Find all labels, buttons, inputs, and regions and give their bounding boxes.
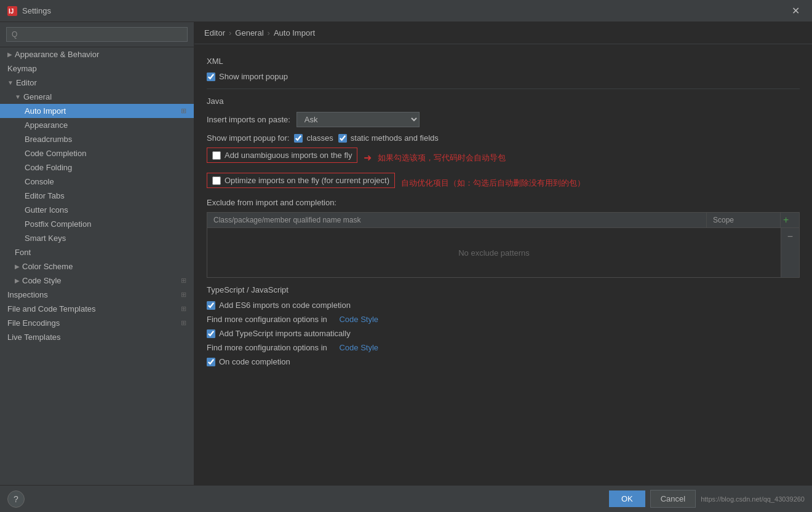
code-style-link-2[interactable]: Code Style (339, 343, 378, 352)
sidebar-label: General (23, 92, 52, 101)
sidebar-label: Auto Import (25, 106, 66, 116)
sidebar-item-code-style[interactable]: ▶ Code Style ⊞ (0, 274, 194, 288)
optimize-imports-label[interactable]: Optimize imports on the fly (for current… (225, 176, 389, 185)
add-es6-checkbox[interactable] (207, 301, 215, 310)
sidebar-item-code-completion[interactable]: Code Completion (0, 146, 194, 160)
sidebar-label: Color Scheme (22, 262, 73, 271)
sidebar-item-live-templates[interactable]: Live Templates (0, 330, 194, 344)
bottom-bar: ? OK Cancel https://blog.csdn.net/qq_430… (0, 485, 812, 512)
classes-checkbox[interactable] (294, 134, 303, 143)
sidebar-label: File and Code Templates (7, 304, 96, 313)
sidebar-item-code-folding[interactable]: Code Folding (0, 160, 194, 175)
sidebar-label: Appearance (25, 120, 68, 130)
sidebar-item-editor-tabs[interactable]: Editor Tabs (0, 189, 194, 203)
add-ts-wrap: Add TypeScript imports automatically (207, 329, 351, 338)
table-col2: Scope (707, 213, 781, 227)
code-style-link-1[interactable]: Code Style (339, 315, 378, 324)
sidebar-label: Smart Keys (25, 234, 66, 243)
sidebar-item-appearance-behavior[interactable]: ▶ Appearance & Behavior (0, 47, 194, 61)
add-es6-wrap: Add ES6 imports on code completion (207, 301, 351, 310)
xml-section-title: XML (207, 57, 800, 66)
expand-arrow: ▶ (15, 263, 20, 270)
bottom-actions: OK Cancel https://blog.csdn.net/qq_43039… (609, 490, 805, 508)
table-header: Class/package/member qualified name mask… (207, 213, 799, 228)
xml-show-import-checkbox-wrap: Show import popup (207, 72, 288, 81)
annotation-optimize-text: 自动优化项目（如：勾选后自动删除没有用到的包） (401, 178, 585, 189)
breadcrumb-sep-2: › (268, 28, 270, 37)
table-actions-header: + (781, 213, 799, 227)
add-ts-checkbox[interactable] (207, 329, 215, 338)
copy-icon: ⊞ (181, 291, 186, 299)
sidebar-item-smart-keys[interactable]: Smart Keys (0, 231, 194, 245)
expand-arrow: ▶ (7, 51, 12, 58)
show-popup-for-row: Show import popup for: classes static me… (207, 133, 800, 143)
sidebar-item-color-scheme[interactable]: ▶ Color Scheme (0, 259, 194, 274)
close-button[interactable]: ✕ (787, 2, 805, 19)
on-completion-label[interactable]: On code completion (219, 357, 290, 366)
sidebar-label: Breadcrumbs (25, 135, 72, 144)
sidebar-item-editor[interactable]: ▼ Editor (0, 76, 194, 90)
sidebar-label: Code Folding (25, 163, 72, 172)
insert-imports-select[interactable]: Ask Always Never (297, 112, 420, 127)
add-es6-label[interactable]: Add ES6 imports on code completion (219, 301, 351, 310)
expand-arrow: ▼ (15, 93, 21, 100)
sidebar-item-console[interactable]: Console (0, 175, 194, 189)
search-input[interactable] (6, 27, 188, 42)
sidebar-item-breadcrumbs[interactable]: Breadcrumbs (0, 132, 194, 146)
add-ts-label[interactable]: Add TypeScript imports automatically (219, 329, 351, 338)
static-methods-label[interactable]: static methods and fields (351, 133, 439, 143)
arrow-icon: ➜ (364, 152, 372, 163)
add-unambiguous-checkbox[interactable] (212, 151, 221, 160)
copy-icon: ⊞ (181, 305, 186, 313)
sidebar-item-inspections[interactable]: Inspections ⊞ (0, 288, 194, 302)
xml-show-import-row: Show import popup (207, 72, 800, 81)
add-pattern-button[interactable]: + (782, 214, 790, 226)
sidebar-item-file-encodings[interactable]: File Encodings ⊞ (0, 316, 194, 330)
help-button[interactable]: ? (7, 490, 25, 508)
add-unambiguous-label[interactable]: Add unambiguous imports on the fly (225, 151, 352, 160)
add-unambiguous-option: Add unambiguous imports on the fly (207, 148, 357, 163)
sidebar-item-gutter-icons[interactable]: Gutter Icons (0, 203, 194, 217)
static-methods-checkbox-wrap: static methods and fields (338, 133, 439, 143)
sidebar-label: Code Completion (25, 149, 86, 158)
sidebar-item-file-code-templates[interactable]: File and Code Templates ⊞ (0, 302, 194, 316)
optimize-imports-checkbox[interactable] (212, 176, 221, 185)
sidebar-item-general[interactable]: ▼ General (0, 90, 194, 104)
java-section-title: Java (207, 96, 800, 106)
xml-show-import-label[interactable]: Show import popup (219, 72, 288, 81)
expand-arrow: ▶ (15, 277, 20, 284)
expand-arrow: ▼ (7, 79, 14, 86)
exclude-label: Exclude from import and completion: (207, 198, 336, 207)
sidebar-item-keymap[interactable]: Keymap (0, 61, 194, 76)
breadcrumb-general: General (235, 28, 263, 37)
ok-button[interactable]: OK (609, 490, 645, 507)
sidebar-item-appearance[interactable]: Appearance (0, 118, 194, 132)
remove-pattern-button[interactable]: − (786, 230, 794, 243)
breadcrumb: Editor › General › Auto Import (194, 22, 812, 44)
add-es6-row: Add ES6 imports on code completion (207, 301, 800, 310)
table-body: No exclude patterns − (207, 228, 799, 277)
sidebar-item-postfix-completion[interactable]: Postfix Completion (0, 217, 194, 231)
show-popup-label: Show import popup for: (207, 133, 289, 143)
divider-xml-java (207, 89, 800, 89)
sidebar-label: Appearance & Behavior (15, 50, 99, 59)
sidebar-label: Gutter Icons (25, 205, 68, 215)
sidebar-item-font[interactable]: Font (0, 245, 194, 259)
copy-icon: ⊞ (181, 107, 186, 115)
exclude-label-row: Exclude from import and completion: (207, 198, 800, 207)
add-ts-row: Add TypeScript imports automatically (207, 329, 800, 338)
sidebar-label: Editor Tabs (25, 191, 65, 200)
optimize-imports-row: Optimize imports on the fly (for current… (207, 173, 800, 193)
content-area: Editor › General › Auto Import XML Show … (194, 22, 812, 485)
static-methods-checkbox[interactable] (338, 134, 347, 143)
cancel-button[interactable]: Cancel (650, 490, 696, 508)
find-more-ts2-text: Find more configuration options in (207, 343, 327, 352)
sidebar-item-auto-import[interactable]: Auto Import ⊞ (0, 104, 194, 118)
on-completion-checkbox[interactable] (207, 358, 215, 366)
optimize-imports-option: Optimize imports on the fly (for current… (207, 173, 395, 188)
xml-show-import-checkbox[interactable] (207, 73, 215, 81)
classes-label[interactable]: classes (306, 133, 333, 143)
no-patterns-text: No exclude patterns (446, 236, 542, 270)
title-bar: IJ Settings ✕ (0, 0, 812, 22)
insert-imports-label: Insert imports on paste: (207, 115, 290, 124)
